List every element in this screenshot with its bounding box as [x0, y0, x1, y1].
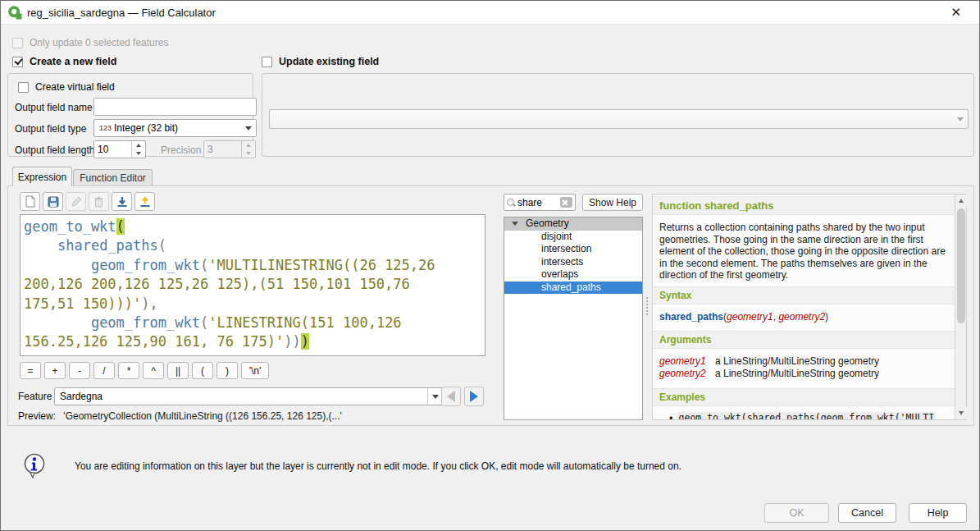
existing-field-combo [269, 109, 969, 129]
syntax-heading: Syntax [653, 286, 955, 304]
output-field-length-spinner[interactable]: 10 [93, 140, 146, 158]
expression-editor[interactable]: geom_to_wkt( shared_paths( geom_from_wkt… [20, 214, 485, 356]
examples-heading: Examples [653, 388, 955, 406]
create-virtual-field-checkbox[interactable]: Create virtual field [18, 81, 115, 93]
close-icon[interactable]: ✕ [950, 5, 961, 20]
argument-description: a LineString/MultiLineString geometry [715, 368, 879, 380]
chevron-down-icon[interactable] [241, 120, 256, 136]
help-scrollbar[interactable] [955, 195, 966, 419]
argument-name: geometry1 [659, 355, 715, 368]
create-new-field-checkbox[interactable]: Create a new field [12, 56, 116, 67]
splitter-handle[interactable] [646, 297, 650, 315]
function-item-disjoint[interactable]: disjoint [504, 231, 642, 244]
function-item-intersection[interactable]: intersection [504, 243, 642, 256]
search-icon [507, 199, 515, 207]
code-segment: geom_to_wkt [24, 218, 116, 235]
function-group-geometry[interactable]: Geometry [504, 217, 642, 231]
code-segment [24, 257, 91, 273]
code-segment: geom_from_wkt [91, 257, 200, 273]
export-expression-button[interactable] [134, 192, 155, 211]
tab-function-editor[interactable]: Function Editor [73, 169, 153, 186]
output-field-type-label: Output field type [15, 123, 86, 135]
edit-expression-button [66, 192, 86, 211]
output-field-name-input[interactable] [93, 98, 257, 116]
existing-field-groupbox [262, 73, 974, 157]
operator-button-7[interactable]: ( [192, 362, 213, 379]
scroll-down-icon[interactable] [955, 407, 967, 419]
operator-button-5[interactable]: ^ [143, 362, 164, 379]
operator-button-8[interactable]: ) [217, 362, 238, 379]
precision-value: 3 [204, 141, 241, 158]
function-list[interactable]: Geometrydisjointintersectionintersectsov… [504, 217, 643, 420]
only-update-checkbox: Only update 0 selected features [12, 37, 168, 48]
argument-row: geometry1a LineString/MultiLineString ge… [659, 355, 948, 368]
show-help-button[interactable]: Show Help [582, 194, 643, 211]
preview-value: 'GeometryCollection (MultiLineString ((1… [63, 410, 341, 422]
trash-icon [93, 196, 104, 208]
tab-expression[interactable]: Expression [12, 167, 72, 186]
help-button[interactable]: Help [909, 503, 967, 523]
save-expression-button[interactable] [43, 192, 63, 211]
function-item-overlaps[interactable]: overlaps [504, 268, 642, 282]
function-search-box[interactable]: share [504, 194, 576, 211]
operator-button-6[interactable]: || [167, 362, 189, 379]
code-segment: shared_paths [659, 311, 723, 323]
checkbox-box [12, 38, 23, 48]
output-field-name-label: Output field name [15, 102, 93, 113]
scrollbar-thumb[interactable] [957, 208, 965, 323]
operator-button-0[interactable]: = [20, 362, 41, 379]
ok-label: OK [789, 507, 804, 519]
field-calculator-dialog: reg_sicilia_sardegna — Field Calculator … [0, 0, 980, 531]
code-segment [24, 314, 91, 331]
code-segment: 175,51 150)))' [24, 295, 141, 312]
operator-button-4[interactable]: * [118, 362, 139, 379]
export-arrow-up-icon [139, 196, 151, 208]
spinner-buttons[interactable] [131, 141, 145, 158]
only-update-label: Only update 0 selected features [30, 37, 168, 48]
help-content: function shared_paths Returns a collecti… [653, 195, 955, 419]
operator-button-9[interactable]: '\n' [241, 362, 269, 379]
feature-combo[interactable]: Sardegna [54, 387, 443, 405]
spin-up-icon [242, 141, 255, 149]
new-expression-button[interactable] [20, 192, 40, 211]
function-item-intersects[interactable]: intersects [504, 256, 642, 269]
checkbox-box[interactable] [18, 82, 29, 93]
tab-function-editor-label: Function Editor [80, 172, 146, 184]
code-segment: ( [200, 314, 208, 331]
create-new-field-label: Create a new field [30, 56, 116, 67]
checkbox-box[interactable] [262, 57, 272, 67]
checkbox-checked-box[interactable] [12, 57, 23, 67]
update-existing-field-label: Update existing field [279, 56, 379, 67]
clear-search-icon[interactable] [560, 197, 572, 208]
operator-button-3[interactable]: / [93, 362, 115, 379]
qgis-logo-icon [7, 5, 22, 20]
output-field-length-label: Output field length [15, 144, 94, 156]
operator-button-1[interactable]: + [44, 362, 66, 379]
tab-expression-label: Expression [18, 172, 66, 183]
code-segment: geometry2 [778, 311, 825, 323]
output-field-length-value[interactable]: 10 [94, 141, 131, 158]
expression-line: shared_paths( [24, 236, 481, 255]
import-expression-button[interactable] [112, 192, 132, 211]
next-feature-button[interactable] [464, 387, 484, 406]
output-field-type-combo[interactable]: 123 Integer (32 bit) [93, 119, 257, 137]
show-help-label: Show Help [589, 197, 636, 208]
code-segment: geom_from_wkt [91, 314, 200, 331]
function-item-shared_paths[interactable]: shared_paths [504, 282, 642, 295]
expression-line: geom_to_wkt( [24, 217, 481, 236]
operator-button-2[interactable]: - [69, 362, 90, 379]
code-segment [24, 237, 57, 254]
arrow-left-icon [447, 391, 455, 402]
update-existing-field-checkbox[interactable]: Update existing field [262, 56, 379, 67]
save-icon [48, 196, 59, 208]
chevron-down-icon[interactable] [427, 388, 442, 405]
scroll-up-icon[interactable] [955, 195, 967, 207]
code-segment: geometry1 [727, 311, 773, 323]
argument-description: a LineString/MultiLineString geometry [715, 355, 879, 368]
search-input-value[interactable]: share [517, 197, 542, 208]
previous-feature-button [441, 387, 461, 406]
code-segment: 'LINESTRING(151 100,126 [208, 314, 401, 331]
code-segment: 156.25,126 125,90 161, 76 175)' [24, 333, 284, 350]
cancel-button[interactable]: Cancel [838, 503, 896, 523]
precision-spinner: 3 [203, 140, 256, 158]
